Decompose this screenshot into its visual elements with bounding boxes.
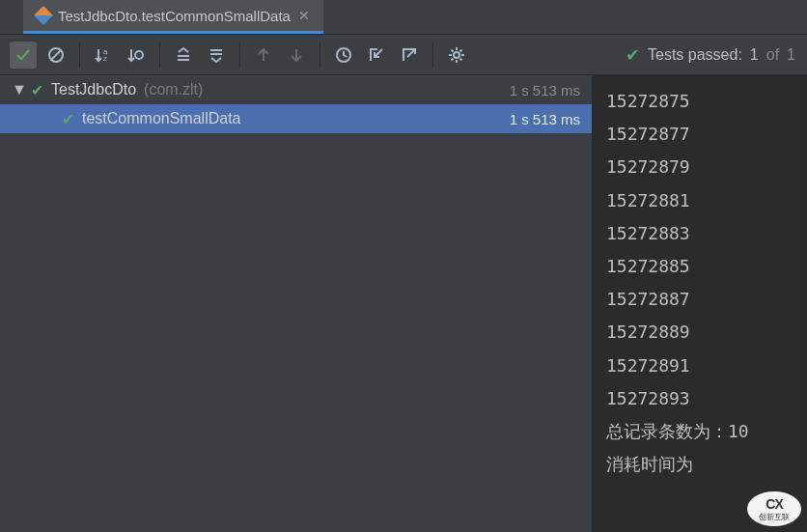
svg-text:z: z <box>103 54 107 63</box>
test-status: ✔ Tests passed: 1 of 1 <box>626 44 803 66</box>
chevron-down-icon[interactable]: ▼ <box>12 81 23 98</box>
history-group <box>324 42 429 69</box>
status-total: 1 <box>787 46 795 64</box>
collapse-all-button[interactable] <box>203 42 230 69</box>
tree-root-row[interactable]: ▼ ✔ TestJdbcDto (com.zlt) 1 s 513 ms <box>0 75 592 104</box>
show-ignored-button[interactable] <box>42 42 70 69</box>
show-passed-button[interactable] <box>10 42 37 69</box>
watermark-text2: 创新互联 <box>759 512 790 522</box>
settings-group <box>437 42 476 69</box>
separator <box>159 42 160 68</box>
watermark-logo: CX 创新互联 <box>747 491 801 526</box>
tab-title: TestJdbcDto.testCommonSmallData <box>58 8 291 24</box>
filter-group <box>4 42 75 69</box>
svg-point-16 <box>454 52 459 58</box>
toolbar: az <box>0 35 807 75</box>
check-icon: ✔ <box>62 110 74 128</box>
status-count: 1 <box>750 46 759 64</box>
tree-test-row[interactable]: ✔ testCommonSmallData 1 s 513 ms <box>0 104 592 133</box>
test-duration: 1 s 513 ms <box>510 82 580 98</box>
test-run-tab[interactable]: TestJdbcDto.testCommonSmallData ✕ <box>23 0 323 34</box>
sort-alpha-button[interactable]: az <box>90 42 117 69</box>
settings-button[interactable] <box>443 42 470 69</box>
sort-group: az <box>84 42 155 69</box>
main-area: ▼ ✔ TestJdbcDto (com.zlt) 1 s 513 ms ✔ t… <box>0 75 807 532</box>
watermark-text1: CX <box>765 496 782 512</box>
separator <box>320 42 320 68</box>
check-icon: ✔ <box>626 44 640 66</box>
expand-all-button[interactable] <box>170 42 197 69</box>
close-icon[interactable]: ✕ <box>298 8 310 23</box>
test-class-name: TestJdbcDto <box>51 81 136 98</box>
svg-line-1 <box>51 50 61 60</box>
test-package: (com.zlt) <box>144 81 203 98</box>
svg-line-14 <box>375 49 382 57</box>
test-history-button[interactable] <box>330 42 357 69</box>
next-failed-button[interactable] <box>283 42 310 69</box>
tab-bar: TestJdbcDto.testCommonSmallData ✕ <box>0 0 807 35</box>
test-duration: 1 s 513 ms <box>510 111 580 127</box>
console-output[interactable]: 15272875 15272877 15272879 15272881 1527… <box>593 75 807 532</box>
svg-point-6 <box>135 51 143 59</box>
run-config-icon <box>34 6 53 25</box>
separator <box>432 42 433 68</box>
status-of: of <box>766 46 779 64</box>
prev-failed-button[interactable] <box>250 42 277 69</box>
import-tests-button[interactable] <box>363 42 390 69</box>
expand-group <box>164 42 236 69</box>
separator <box>239 42 240 68</box>
status-prefix: Tests passed: <box>648 46 742 64</box>
separator <box>79 42 80 68</box>
test-method-name: testCommonSmallData <box>82 110 241 127</box>
export-tests-button[interactable] <box>396 42 423 69</box>
sort-duration-button[interactable] <box>123 42 150 69</box>
check-icon: ✔ <box>31 81 43 99</box>
nav-group <box>244 42 316 69</box>
svg-line-15 <box>407 49 415 57</box>
tab-gutter <box>0 0 23 34</box>
test-tree-panel[interactable]: ▼ ✔ TestJdbcDto (com.zlt) 1 s 513 ms ✔ t… <box>0 75 593 532</box>
